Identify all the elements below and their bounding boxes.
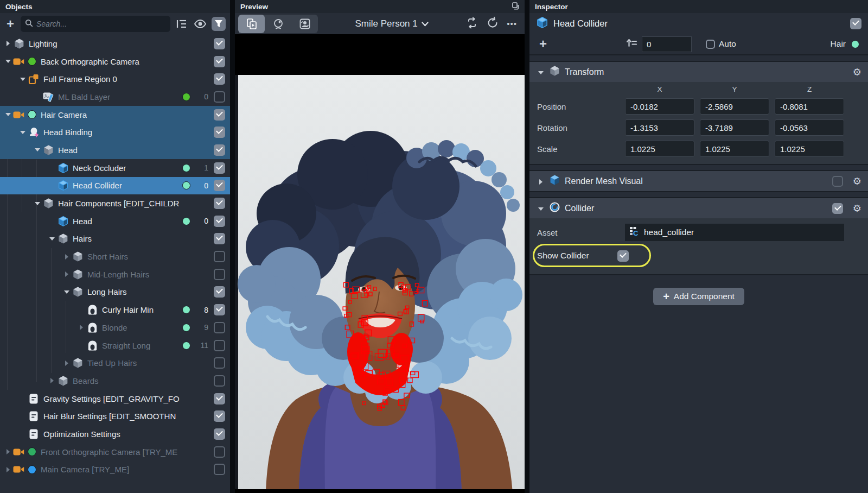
visibility-checkbox[interactable] [214, 38, 225, 49]
chevron-right-icon[interactable] [62, 269, 72, 279]
collapse-chevron-icon[interactable] [536, 204, 545, 213]
tree-row-gravity-settings-edit-gravity-fo[interactable]: Gravity Settings [EDIT_GRAVITY_FO [0, 390, 230, 408]
popout-panel-icon[interactable] [512, 2, 519, 11]
chevron-down-icon[interactable] [3, 56, 13, 66]
webcam-preview-mode-button[interactable] [265, 15, 291, 33]
chevron-right-icon[interactable] [76, 323, 86, 332]
image-preview-mode-button[interactable] [291, 15, 318, 33]
visibility-checkbox[interactable] [214, 269, 225, 280]
tree-row-back-orthographic-camera[interactable]: Back Orthographic Camera [0, 53, 230, 71]
chevron-down-icon[interactable] [33, 199, 42, 208]
visibility-checkbox[interactable] [214, 91, 225, 103]
visibility-checkbox[interactable] [214, 251, 225, 262]
collider-enabled-checkbox[interactable] [832, 203, 843, 214]
chevron-right-icon[interactable] [62, 252, 72, 262]
visibility-checkbox[interactable] [214, 180, 225, 191]
layer-tag-dot[interactable] [851, 40, 859, 48]
tree-row-hairs[interactable]: Hairs [0, 230, 230, 248]
tree-row-hair-blur-settings-edit-smoothn[interactable]: Hair Blur Settings [EDIT_SMOOTHN [0, 407, 230, 425]
tree-row-lighting[interactable]: Lighting [0, 35, 230, 53]
chevron-right-icon[interactable] [47, 376, 57, 385]
visibility-checkbox[interactable] [214, 357, 225, 369]
more-options-button[interactable]: ••• [507, 19, 517, 28]
visibility-checkbox[interactable] [214, 286, 225, 298]
chevron-down-icon[interactable] [47, 234, 57, 244]
preview-source-dropdown[interactable]: Smile Person 1 [318, 18, 465, 29]
reload-lens-icon[interactable] [465, 16, 478, 31]
visibility-checkbox[interactable] [214, 410, 225, 422]
visibility-eye-icon[interactable] [193, 17, 207, 31]
tree-row-head-binding[interactable]: Head Binding [0, 123, 230, 141]
tree-row-head[interactable]: Head [0, 141, 230, 159]
tree-row-mid-length-hairs[interactable]: Mid-Length Hairs [0, 266, 230, 283]
visibility-checkbox[interactable] [214, 322, 225, 333]
visibility-checkbox[interactable] [214, 464, 225, 475]
object-enabled-checkbox[interactable] [850, 18, 861, 29]
visibility-checkbox[interactable] [214, 109, 225, 121]
visibility-checkbox[interactable] [214, 304, 225, 315]
visibility-checkbox[interactable] [214, 375, 225, 387]
tree-row-head-collider[interactable]: Head Collider0 [0, 177, 230, 195]
transform-section-header[interactable]: Transform ⚙ [529, 62, 868, 82]
chevron-down-icon[interactable] [18, 74, 28, 84]
render-mesh-visual-checkbox[interactable] [832, 176, 843, 187]
visibility-checkbox[interactable] [214, 233, 225, 244]
rotation-y-field[interactable] [700, 119, 769, 136]
tree-row-ml-bald-layer[interactable]: ML Bald Layer0 [0, 88, 230, 106]
gear-icon[interactable]: ⚙ [853, 67, 861, 77]
chevron-right-icon[interactable] [3, 39, 13, 48]
add-component-button[interactable]: + Add Component [653, 288, 744, 305]
tree-row-beards[interactable]: Beards [0, 372, 230, 390]
hierarchy-view-icon[interactable] [175, 17, 189, 31]
tree-row-hair-components-edit-childr[interactable]: Hair Components [EDIT_CHILDR [0, 194, 230, 212]
visibility-checkbox[interactable] [214, 428, 225, 440]
visibility-checkbox[interactable] [214, 144, 225, 156]
visibility-checkbox[interactable] [214, 340, 225, 351]
filter-button[interactable] [212, 17, 226, 31]
collider-asset-field[interactable]: C head_collider [625, 224, 844, 241]
tree-row-short-hairs[interactable]: Short Hairs [0, 248, 230, 266]
render-order-field[interactable] [642, 36, 692, 52]
collapse-chevron-icon[interactable] [536, 68, 545, 77]
scale-y-field[interactable] [700, 141, 769, 157]
tree-row-front-orthographic-camera-try-me[interactable]: Front Orthographic Camera [TRY_ME [0, 443, 230, 461]
position-x-field[interactable] [625, 98, 694, 115]
tree-row-straight-long[interactable]: Straight Long11 [0, 337, 230, 355]
tree-row-blonde[interactable]: Blonde9 [0, 319, 230, 337]
chevron-down-icon[interactable] [62, 287, 72, 297]
chevron-right-icon[interactable] [3, 447, 13, 457]
tree-row-hair-camera[interactable]: Hair Camera [0, 106, 230, 124]
visibility-checkbox[interactable] [214, 56, 225, 67]
tree-row-curly-hair-min[interactable]: Curly Hair Min8 [0, 301, 230, 319]
visibility-checkbox[interactable] [214, 446, 225, 458]
gear-icon[interactable]: ⚙ [853, 204, 861, 213]
restart-preview-icon[interactable] [486, 16, 499, 31]
tree-row-main-camera-try-me[interactable]: Main Camera [TRY_ME] [0, 461, 230, 479]
visibility-checkbox[interactable] [214, 216, 225, 227]
object-search[interactable] [21, 16, 170, 32]
chevron-right-icon[interactable] [3, 465, 13, 475]
gear-icon[interactable]: ⚙ [853, 176, 861, 186]
visibility-checkbox[interactable] [214, 127, 225, 138]
preview-inspector-divider[interactable] [525, 0, 529, 493]
chevron-right-icon[interactable] [62, 358, 72, 368]
visibility-checkbox[interactable] [214, 198, 225, 209]
tree-row-full-frame-region-0[interactable]: Full Frame Region 0 [0, 70, 230, 88]
expand-chevron-icon[interactable] [536, 177, 545, 186]
scale-z-field[interactable] [775, 141, 844, 157]
add-property-button[interactable]: + [537, 39, 549, 49]
objects-preview-divider[interactable] [230, 0, 235, 493]
search-input[interactable] [36, 20, 166, 28]
tree-row-long-hairs[interactable]: Long Hairs [0, 283, 230, 301]
show-collider-checkbox[interactable] [617, 250, 629, 262]
rotation-z-field[interactable] [775, 119, 844, 136]
scale-x-field[interactable] [625, 141, 694, 157]
visibility-checkbox[interactable] [214, 393, 225, 404]
tree-row-neck-occluder[interactable]: Neck Occluder1 [0, 159, 230, 177]
position-z-field[interactable] [775, 98, 844, 115]
visibility-checkbox[interactable] [214, 162, 225, 174]
position-y-field[interactable] [700, 98, 769, 115]
tree-row-head[interactable]: Head0 [0, 212, 230, 230]
chevron-down-icon[interactable] [18, 128, 28, 137]
render-mesh-visual-header[interactable]: Render Mesh Visual ⚙ [529, 171, 868, 191]
